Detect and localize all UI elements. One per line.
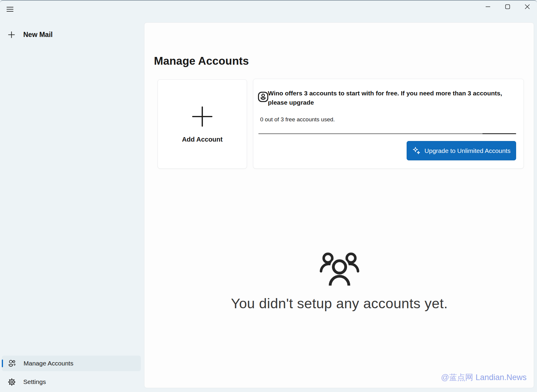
plus-icon [190, 105, 214, 128]
upgrade-button-label: Upgrade to Unlimited Accounts [425, 147, 510, 154]
gear-icon [8, 378, 16, 386]
sidebar-item-settings[interactable]: Settings [2, 374, 141, 390]
hamburger-icon [7, 7, 13, 7]
sidebar-item-label: Manage Accounts [24, 360, 73, 367]
watermark-handle: @蓝点网 [441, 373, 473, 382]
page-title: Manage Accounts [154, 55, 249, 67]
hamburger-menu-button[interactable] [5, 4, 17, 14]
account-badge-icon [257, 91, 269, 103]
maximize-button[interactable] [498, 0, 517, 13]
plus-icon [8, 31, 15, 38]
sidebar-item-label: Settings [23, 378, 46, 385]
sparkles-icon [412, 147, 421, 155]
upgrade-button[interactable]: Upgrade to Unlimited Accounts [407, 141, 516, 160]
progressbar-segment [482, 133, 516, 134]
sidebar: New Mail Manage Accounts [0, 0, 144, 392]
sidebar-item-manage-accounts[interactable]: Manage Accounts [2, 356, 141, 371]
manage-accounts-page: Manage Accounts Add Account Wino offers … [144, 22, 534, 388]
people-icon [8, 360, 16, 367]
free-accounts-info-card: Wino offers 3 accounts to start with for… [253, 79, 524, 169]
empty-state: You didn't setup any accounts yet. [144, 252, 534, 312]
watermark: @蓝点网 Landian.News [441, 372, 527, 383]
selected-indicator [2, 360, 3, 367]
window-controls [478, 0, 537, 13]
add-account-label: Add Account [182, 136, 223, 143]
people-team-icon [320, 252, 359, 286]
empty-state-message: You didn't setup any accounts yet. [144, 295, 534, 312]
minimize-icon [485, 4, 490, 9]
minimize-button[interactable] [478, 0, 498, 13]
accounts-usage-progressbar [258, 133, 516, 134]
watermark-site: Landian.News [476, 373, 527, 382]
new-mail-button[interactable]: New Mail [2, 27, 128, 42]
new-mail-label: New Mail [23, 31, 53, 39]
upgrade-info-message: Wino offers 3 accounts to start with for… [268, 89, 516, 107]
close-icon [525, 4, 530, 9]
accounts-usage-text: 0 out of 3 free accounts used. [260, 116, 335, 123]
maximize-icon [505, 4, 510, 9]
close-button[interactable] [517, 0, 537, 13]
add-account-button[interactable]: Add Account [158, 79, 247, 169]
